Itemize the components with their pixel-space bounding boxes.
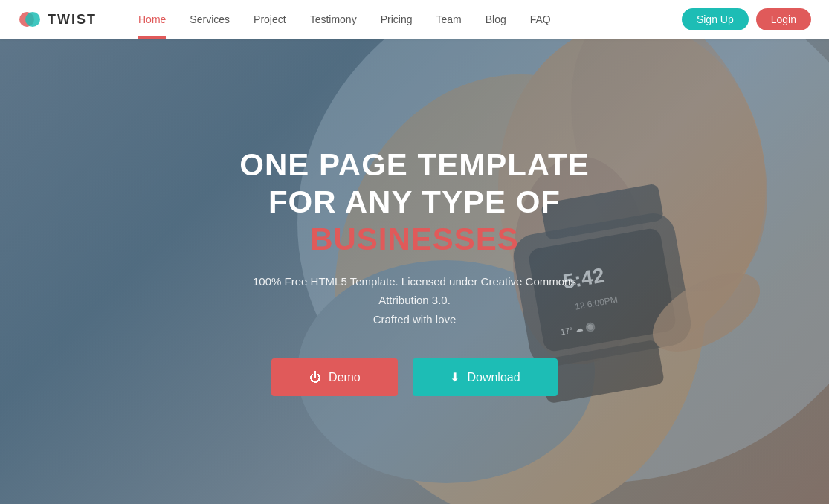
hero-title-line2: FOR ANY TYPE OF bbox=[239, 184, 589, 221]
download-button[interactable]: ⬇ Download bbox=[413, 358, 557, 396]
nav-link-home[interactable]: Home bbox=[126, 0, 178, 39]
logo[interactable]: TWIST bbox=[18, 7, 97, 31]
nav-link-faq[interactable]: FAQ bbox=[518, 0, 563, 39]
nav-link-blog[interactable]: Blog bbox=[474, 0, 518, 39]
nav-link-pricing[interactable]: Pricing bbox=[369, 0, 425, 39]
hero-title-accent: BUSINESSES bbox=[239, 222, 589, 257]
hero-section: 5:42 12 6:00PM 17° ☁ 🔘 ONE PAGE TEMPLATE… bbox=[0, 0, 829, 504]
nav-link-testimony[interactable]: Testimony bbox=[298, 0, 369, 39]
hero-buttons: ⏻ Demo ⬇ Download bbox=[239, 358, 589, 396]
nav-link-project[interactable]: Project bbox=[242, 0, 298, 39]
hero-subtitle-line3: Crafted with love bbox=[373, 313, 457, 326]
demo-label: Demo bbox=[329, 371, 361, 384]
logo-icon bbox=[18, 7, 42, 31]
svg-point-1 bbox=[25, 12, 40, 27]
hero-subtitle: 100% Free HTML5 Template. Licensed under… bbox=[239, 272, 589, 329]
download-icon: ⬇ bbox=[450, 370, 459, 384]
power-icon: ⏻ bbox=[309, 371, 321, 384]
nav-links: Home Services Project Testimony Pricing … bbox=[126, 0, 682, 39]
nav-link-team[interactable]: Team bbox=[424, 0, 473, 39]
hero-subtitle-line2: Attribution 3.0. bbox=[378, 294, 451, 306]
logo-text: TWIST bbox=[48, 12, 97, 28]
download-label: Download bbox=[467, 371, 520, 384]
hero-content: ONE PAGE TEMPLATE FOR ANY TYPE OF BUSINE… bbox=[239, 146, 589, 396]
demo-button[interactable]: ⏻ Demo bbox=[271, 358, 398, 396]
signup-button[interactable]: Sign Up bbox=[682, 8, 749, 30]
nav-link-services[interactable]: Services bbox=[178, 0, 242, 39]
login-button[interactable]: Login bbox=[756, 8, 811, 30]
hero-title-line1: ONE PAGE TEMPLATE bbox=[239, 146, 589, 184]
nav-actions: Sign Up Login bbox=[682, 8, 811, 30]
navbar: TWIST Home Services Project Testimony Pr… bbox=[0, 0, 829, 39]
hero-subtitle-line1: 100% Free HTML5 Template. Licensed under… bbox=[253, 275, 576, 288]
